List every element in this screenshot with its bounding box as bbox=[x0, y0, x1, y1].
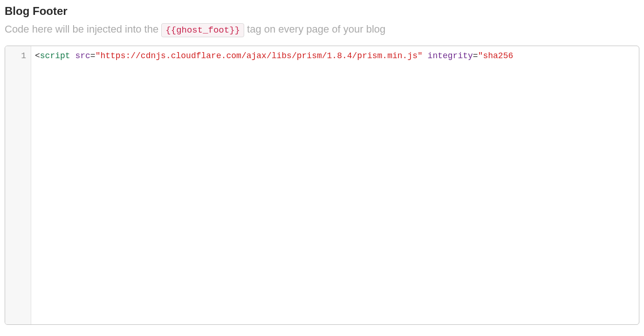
section-title: Blog Footer bbox=[5, 5, 639, 18]
code-gutter: 1 bbox=[5, 46, 31, 324]
code-token: = bbox=[473, 51, 478, 60]
line-number: 1 bbox=[5, 50, 31, 62]
code-token bbox=[423, 51, 428, 60]
code-area[interactable]: <script src="https://cdnjs.cloudflare.co… bbox=[31, 46, 639, 324]
code-token: src bbox=[75, 51, 90, 60]
section-description: Code here will be injected into the {{gh… bbox=[5, 23, 639, 37]
ghost-foot-tag: {{ghost_foot}} bbox=[161, 23, 244, 37]
code-token: = bbox=[90, 51, 96, 60]
code-token bbox=[70, 51, 75, 60]
code-token: < bbox=[35, 51, 40, 60]
code-token: integrity bbox=[428, 51, 473, 60]
desc-text-post: tag on every page of your blog bbox=[244, 23, 385, 35]
code-editor[interactable]: 1 <script src="https://cdnjs.cloudflare.… bbox=[5, 46, 639, 325]
desc-text-pre: Code here will be injected into the bbox=[5, 23, 161, 35]
code-line[interactable]: <script src="https://cdnjs.cloudflare.co… bbox=[35, 50, 639, 62]
code-token: "sha256 bbox=[478, 51, 514, 60]
code-token: script bbox=[40, 51, 70, 60]
code-token: "https://cdnjs.cloudflare.com/ajax/libs/… bbox=[96, 51, 423, 60]
